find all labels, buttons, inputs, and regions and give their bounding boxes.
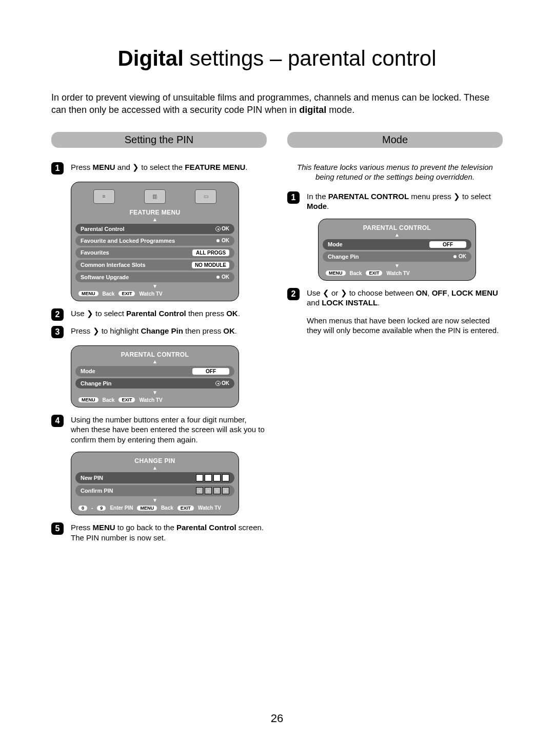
section-mode: Mode: [287, 132, 503, 148]
arrow-down-icon: ▼: [75, 284, 234, 289]
menu-row-parental-control: Parental ControlOK: [75, 224, 234, 234]
manual-page: Digital settings – parental control In o…: [0, 0, 554, 568]
menu-row-new-pin: New PIN * * * *: [75, 472, 234, 483]
dot-icon: [216, 276, 220, 279]
title-rest: settings – parental control: [184, 46, 437, 70]
title-bold: Digital: [118, 46, 184, 70]
page-title: Digital settings – parental control: [51, 46, 503, 71]
arrow-down-icon: ▼: [75, 498, 234, 503]
tv-feature-menu-panel: ≡ ▥ ▭ FEATURE MENU ▲ Parental ControlOK …: [71, 182, 239, 301]
step-5: 5 Press MENU to go back to the Parental …: [51, 522, 267, 542]
panel-title: FEATURE MENU: [75, 209, 234, 216]
tv-parental-control-panel: PARENTAL CONTROL ▲ ModeOFF Change PinOK …: [71, 345, 239, 408]
step-4: 4 Using the number buttons enter a four …: [51, 415, 267, 445]
feature-icon: ▥: [144, 189, 166, 204]
antenna-icon: ≡: [93, 189, 115, 204]
hint-bar: 0-9Enter PIN MENUBack EXITWatch TV: [75, 503, 234, 512]
step-1-text: Press MENU and ❯ to select the FEATURE M…: [71, 162, 248, 172]
menu-row-sw-upgrade: Software UpgradeOK: [75, 272, 234, 282]
col-right: Mode This feature locks various menus to…: [287, 132, 503, 548]
nav-ring-icon: [215, 226, 221, 231]
mode-step-1-text: In the PARENTAL CONTROL menu press ❯ to …: [307, 191, 503, 211]
menu-pill: MENU: [78, 397, 98, 402]
tv-icon: ▭: [195, 189, 216, 204]
mode-step-1: 1 In the PARENTAL CONTROL menu press ❯ t…: [287, 191, 503, 211]
step-2-text: Use ❯ to select Parental Control then pr…: [71, 308, 240, 319]
intro-text: In order to prevent viewing of unsuitabl…: [51, 91, 503, 117]
menu-row-mode: ModeOFF: [323, 239, 471, 250]
arrow-down-icon: ▼: [75, 390, 234, 395]
mode-note: When menus that have been locked are now…: [307, 316, 503, 336]
dot-icon: [216, 239, 220, 242]
exit-pill: EXIT: [177, 506, 194, 511]
menu-row-ci-slots: Common Interface SlotsNO MODULE: [75, 260, 234, 270]
columns: Setting the PIN 1 Press MENU and ❯ to se…: [51, 132, 503, 548]
intro-bold: digital: [299, 105, 326, 115]
menu-row-mode: ModeOFF: [75, 366, 234, 377]
zero-pill: 0: [78, 506, 87, 511]
hint-bar: MENUBack EXITWatch TV: [323, 268, 471, 277]
step-2: 2 Use ❯ to select Parental Control then …: [51, 308, 267, 321]
menu-pill: MENU: [137, 506, 157, 511]
menu-row-fav-locked: Favourite and Locked ProgrammesOK: [75, 236, 234, 246]
arrow-down-icon: ▼: [323, 263, 471, 268]
intro-part: mode.: [326, 105, 354, 115]
nine-pill: 9: [97, 506, 106, 511]
mode-step-2: 2 Use ❮ or ❯ to choose between ON, OFF, …: [287, 288, 503, 308]
step-number-icon: 1: [287, 191, 300, 204]
step-number-icon: 3: [51, 326, 64, 338]
arrow-up-icon: ▲: [75, 466, 234, 471]
hint-bar: MENUBack EXITWatch TV: [75, 395, 234, 404]
step-number-icon: 2: [287, 288, 300, 300]
nav-ring-icon: [215, 381, 221, 386]
step-3-text: Press ❯ to highlight Change Pin then pre…: [71, 326, 237, 336]
exit-pill: EXIT: [118, 397, 135, 402]
mode-intro: This feature locks various menus to prev…: [287, 162, 503, 182]
step-number-icon: 1: [51, 162, 64, 175]
pin-boxes: * * * *: [196, 474, 229, 481]
panel-title: PARENTAL CONTROL: [75, 351, 234, 358]
step-number-icon: 5: [51, 522, 64, 535]
menu-pill: MENU: [78, 291, 98, 296]
panel-title: CHANGE PIN: [75, 457, 234, 464]
step-5-text: Press MENU to go back to the Parental Co…: [71, 522, 267, 542]
dot-icon: [453, 255, 457, 258]
section-setting-pin: Setting the PIN: [51, 132, 267, 148]
menu-row-change-pin: Change PinOK: [75, 378, 234, 389]
tv-parental-control-panel-2: PARENTAL CONTROL ▲ ModeOFF Change PinOK …: [318, 219, 476, 281]
exit-pill: EXIT: [118, 291, 135, 296]
tv-change-pin-panel: CHANGE PIN ▲ New PIN * * * * Confirm PIN…: [71, 452, 239, 515]
menu-pill: MENU: [326, 270, 346, 276]
step-number-icon: 4: [51, 415, 64, 427]
intro-part: In order to prevent viewing of unsuitabl…: [51, 92, 489, 115]
menu-row-favourites: FavouritesALL PROGS: [75, 247, 234, 258]
arrow-up-icon: ▲: [75, 359, 234, 364]
menu-row-confirm-pin: Confirm PIN - - - -: [75, 485, 234, 496]
col-left: Setting the PIN 1 Press MENU and ❯ to se…: [51, 132, 267, 548]
step-3: 3 Press ❯ to highlight Change Pin then p…: [51, 326, 267, 338]
arrow-up-icon: ▲: [75, 217, 234, 222]
step-4-text: Using the number buttons enter a four di…: [71, 415, 267, 445]
panel-title: PARENTAL CONTROL: [323, 224, 471, 231]
mode-step-2-text: Use ❮ or ❯ to choose between ON, OFF, LO…: [307, 288, 503, 308]
hint-bar: MENUBack EXITWatch TV: [75, 289, 234, 298]
menu-row-change-pin: Change PinOK: [323, 251, 471, 262]
panel-iconbar: ≡ ▥ ▭: [75, 187, 234, 209]
page-number: 26: [0, 712, 554, 725]
step-number-icon: 2: [51, 308, 64, 321]
step-1: 1 Press MENU and ❯ to select the FEATURE…: [51, 162, 267, 175]
arrow-up-icon: ▲: [323, 232, 471, 238]
exit-pill: EXIT: [366, 270, 382, 276]
pin-boxes: - - - -: [196, 487, 229, 494]
